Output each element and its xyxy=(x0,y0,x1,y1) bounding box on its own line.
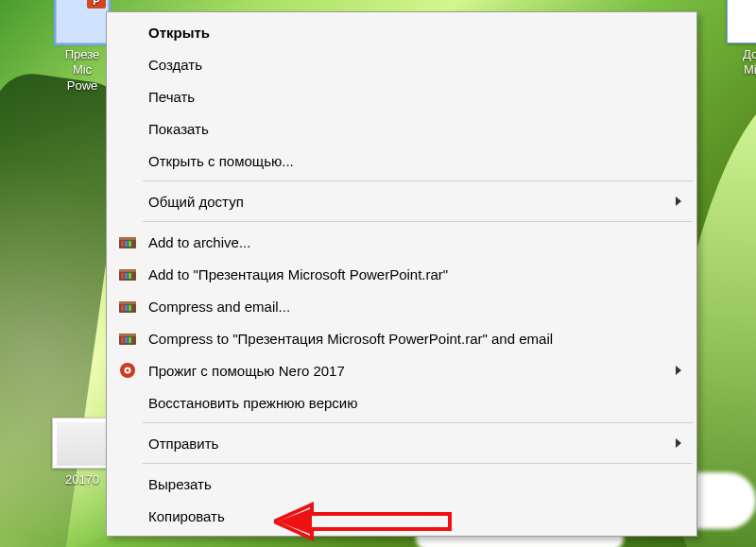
submenu-arrow-icon xyxy=(676,366,681,375)
menu-label: Копировать xyxy=(148,508,225,524)
menu-cut[interactable]: Вырезать xyxy=(109,468,695,500)
menu-open-with[interactable]: Открыть с помощью... xyxy=(109,145,695,177)
submenu-arrow-icon xyxy=(676,438,681,448)
submenu-arrow-icon xyxy=(676,197,681,206)
menu-restore-previous[interactable]: Восстановить прежнюю версию xyxy=(109,386,695,419)
menu-nero-burn[interactable]: Прожиг с помощью Nero 2017 xyxy=(109,354,695,386)
menu-print[interactable]: Печать xyxy=(109,80,695,112)
desktop-file-label: Док Mic xyxy=(711,47,756,78)
nero-icon xyxy=(118,361,137,380)
menu-label: Создать xyxy=(148,57,202,73)
menu-send-to[interactable]: Отправить xyxy=(109,427,695,459)
svg-rect-7 xyxy=(121,273,124,279)
winrar-icon xyxy=(118,329,137,348)
svg-rect-6 xyxy=(119,269,136,272)
svg-rect-11 xyxy=(119,301,136,304)
svg-rect-12 xyxy=(121,305,124,311)
file-icon xyxy=(727,0,756,43)
menu-label: Прожиг с помощью Nero 2017 xyxy=(148,363,345,379)
menu-show[interactable]: Показать xyxy=(109,112,695,145)
svg-rect-19 xyxy=(129,337,131,343)
menu-compress-email[interactable]: Compress and email... xyxy=(109,290,695,322)
svg-rect-8 xyxy=(125,273,128,279)
menu-compress-named-email[interactable]: Compress to "Презентация Microsoft Power… xyxy=(109,322,695,354)
menu-label: Общий доступ xyxy=(148,194,244,210)
menu-label: Открыть xyxy=(148,25,210,41)
svg-point-22 xyxy=(127,369,129,372)
winrar-icon xyxy=(118,265,137,283)
folder-icon xyxy=(52,418,112,469)
ppt-badge: P xyxy=(87,0,106,9)
menu-label: Add to archive... xyxy=(148,234,250,250)
menu-label: Вырезать xyxy=(148,476,212,492)
menu-label: Compress and email... xyxy=(148,299,290,315)
svg-rect-18 xyxy=(125,337,128,343)
svg-rect-2 xyxy=(121,241,124,247)
svg-rect-3 xyxy=(125,241,128,247)
menu-separator xyxy=(143,422,693,423)
svg-rect-16 xyxy=(119,333,136,336)
svg-rect-14 xyxy=(129,305,131,311)
menu-separator xyxy=(143,180,693,181)
file-icon: P xyxy=(56,0,109,43)
context-menu: Открыть Создать Печать Показать Открыть … xyxy=(106,11,697,537)
menu-share[interactable]: Общий доступ xyxy=(109,185,695,217)
menu-label: Открыть с помощью... xyxy=(148,153,294,169)
svg-rect-17 xyxy=(121,337,124,343)
menu-label: Показать xyxy=(148,121,209,137)
desktop-file-document[interactable]: Док Mic xyxy=(711,0,756,78)
menu-separator xyxy=(143,463,693,464)
svg-rect-9 xyxy=(129,273,131,279)
winrar-icon xyxy=(118,232,137,251)
menu-add-archive[interactable]: Add to archive... xyxy=(109,226,695,258)
svg-rect-4 xyxy=(129,241,131,247)
menu-separator xyxy=(143,221,693,222)
menu-add-named-archive[interactable]: Add to "Презентация Microsoft PowerPoint… xyxy=(109,258,695,290)
svg-rect-1 xyxy=(119,237,136,240)
svg-rect-13 xyxy=(125,305,128,311)
menu-create[interactable]: Создать xyxy=(109,48,695,80)
menu-label: Отправить xyxy=(148,436,218,452)
winrar-icon xyxy=(118,297,137,316)
menu-label: Add to "Презентация Microsoft PowerPoint… xyxy=(148,266,448,282)
menu-open[interactable]: Открыть xyxy=(109,16,695,48)
menu-label: Compress to "Презентация Microsoft Power… xyxy=(148,331,553,347)
menu-label: Восстановить прежнюю версию xyxy=(148,395,357,411)
menu-label: Печать xyxy=(148,89,195,105)
menu-copy[interactable]: Копировать xyxy=(109,500,695,532)
